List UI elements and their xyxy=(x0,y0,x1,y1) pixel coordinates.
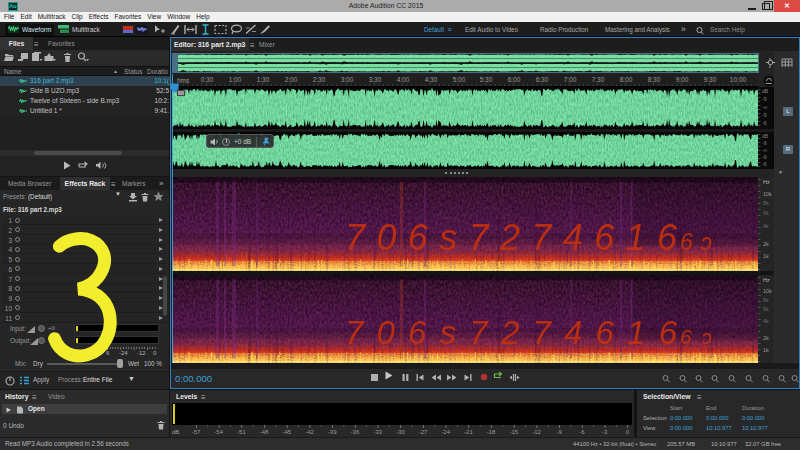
svg-text:-48: -48 xyxy=(260,429,269,435)
svg-text:-24: -24 xyxy=(441,429,450,435)
svg-text:-39: -39 xyxy=(328,429,337,435)
svg-text:-42: -42 xyxy=(305,429,314,435)
svg-text:-21: -21 xyxy=(464,429,473,435)
svg-text:-54: -54 xyxy=(214,429,223,435)
svg-text:-18: -18 xyxy=(487,429,496,435)
svg-text:-33: -33 xyxy=(373,429,382,435)
svg-text:706s7274616: 706s7274616 xyxy=(345,217,678,258)
svg-text:-30: -30 xyxy=(396,429,405,435)
svg-text:-12: -12 xyxy=(532,429,541,435)
svg-text:-9: -9 xyxy=(557,429,563,435)
svg-text:-15: -15 xyxy=(509,429,518,435)
svg-text:0: 0 xyxy=(626,429,630,435)
svg-text:dB: dB xyxy=(172,429,179,435)
svg-text:-51: -51 xyxy=(237,429,246,435)
svg-text:-3: -3 xyxy=(602,429,608,435)
svg-text:-6: -6 xyxy=(579,429,585,435)
svg-text:706s7274616: 706s7274616 xyxy=(345,314,678,351)
svg-text:-36: -36 xyxy=(351,429,360,435)
svg-text:-45: -45 xyxy=(282,429,291,435)
svg-text:-27: -27 xyxy=(419,429,428,435)
svg-text:-57: -57 xyxy=(192,429,201,435)
